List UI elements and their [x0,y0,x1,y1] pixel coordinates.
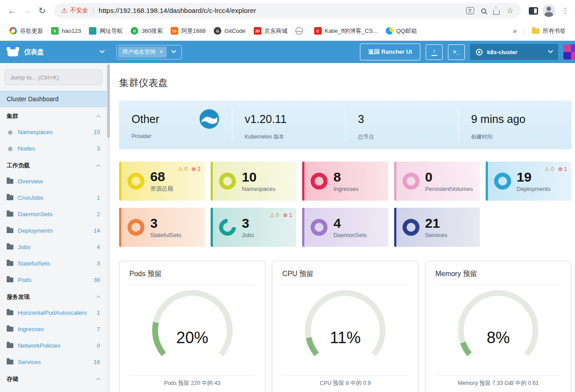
item-count: 4 [97,244,100,250]
resource-ring-icon [128,173,144,190]
bookmark-item[interactable]: C Katie_ff的博客_CS... [310,25,382,37]
remove-icon[interactable]: × [160,49,163,55]
bookmark-item[interactable]: JD 京东商城 [250,25,291,37]
shell-icon: >_ [453,49,460,55]
side-panel-icon[interactable] [529,7,538,15]
scrollbar-thumb[interactable] [107,64,110,138]
warning-icon: ⚠ [178,166,183,172]
security-warning-label: 不安全 [70,7,88,15]
card-ingresses[interactable]: 8 Ingresses [302,162,388,201]
back-icon[interactable]: ← [4,3,20,18]
item-count: 3 [97,145,100,152]
folder-icon [7,277,13,282]
sidebar-section-service-discovery[interactable]: 服务发现 [0,289,107,305]
folder-icon [7,360,13,364]
sidebar-section-cluster[interactable]: 集群 [0,109,107,124]
user-avatar[interactable] [563,44,575,59]
card-jobs[interactable]: 3 Jobs ⚠0 ⊗1 [211,208,296,247]
app-menu-button[interactable]: 仪表盘 [0,41,110,63]
cluster-info-bar: Other Provider v1.20.11 Kubernetes 版本 3 … [119,100,571,149]
sidebar-item-networkpolicies[interactable]: NetworkPolicies 0 [0,337,107,354]
sidebar-item-ingresses[interactable]: Ingresses 7 [0,321,107,337]
sidebar-item-horizontalpodautoscalers[interactable]: HorizontalPodAutoscalers 1 [0,305,107,321]
card-deployments[interactable]: 19 Deployments ⚠0 ⊗1 [486,162,571,201]
card-total-resources[interactable]: 68 资源总额 ⚠0 ⊗2 [119,162,205,201]
sidebar-item-overview[interactable]: Overview [0,173,107,190]
jd-favicon-icon: JD [254,27,261,35]
info-label: Kubernetes 版本 [245,133,333,141]
url-text[interactable]: https://192.168.198.14/dashboard/c/c-lrc… [99,7,466,15]
folder-icon [7,343,13,348]
bookmark-item[interactable]: h hao123 [47,25,85,37]
bookmark-item[interactable]: 网址导航 [85,25,127,37]
card-statefulsets[interactable]: 3 StatefulSets [119,208,205,247]
card-persistentvolumes[interactable]: 0 PersistentVolumes [394,162,480,201]
sidebar-item-daemonsets[interactable]: DaemonSets 2 [0,206,107,222]
search-input[interactable] [10,74,96,81]
gauge-card-cpu: CPU 预留 11% CPU 预留 8 中的 0.9 [272,261,418,392]
card-services[interactable]: 21 Services [394,208,480,247]
qqmail-favicon-icon [386,27,393,35]
card-namespaces[interactable]: 10 Namespaces [211,162,296,201]
sidebar-section-storage[interactable]: 存储 [0,372,107,387]
sidebar-item-deployments[interactable]: Deployments 14 [0,222,107,239]
sidebar-item-cronjobs[interactable]: CronJobs 1 [0,190,107,206]
page-title: 集群仪表盘 [119,76,571,90]
folder-icon [7,195,13,200]
bookmark-item[interactable]: 16 阿里1688 [167,25,210,37]
info-value: v1.20.11 [245,113,287,126]
sidebar-item-cluster-dashboard[interactable]: Cluster Dashboard [0,91,107,107]
resource-ring-icon [311,219,327,236]
sidebar-item-label: Namespaces [18,129,53,135]
sidebar-item-pods[interactable]: Pods 38 [0,272,107,288]
sidebar-item-label: Ingresses [18,326,44,333]
share-icon[interactable] [493,10,499,15]
sidebar-item-label: CronJobs [18,194,44,201]
sidebar-item-nodes[interactable]: ⊕ Nodes 3 [0,140,107,157]
namespace-filter[interactable]: 用户命名空间 × [116,45,182,59]
back-to-rancher-button[interactable]: 返回 Rancher UI [360,44,420,60]
sidebar-section-workload[interactable]: 工作负载 [0,158,107,173]
browser-toolbar: ← → ↻ ⚠ 不安全 | https://192.168.198.14/das… [0,0,575,21]
forward-icon[interactable]: → [20,3,35,18]
browser-profile-avatar[interactable] [543,4,555,17]
error-count: 1 [289,212,292,218]
chevron-up-icon [96,377,101,382]
bookmark-item[interactable] [291,25,310,37]
translate-icon[interactable]: 文 [466,7,474,14]
globe-favicon-icon [295,27,303,35]
folder-icon [7,261,13,266]
card-daemonsets[interactable]: 4 DaemonSets [302,208,388,247]
bookmark-star-icon[interactable]: ☆ [507,6,514,16]
sidebar-item-namespaces[interactable]: ⊕ Namespaces 10 [0,124,107,140]
namespace-chip[interactable]: 用户命名空间 × [118,47,167,58]
namespace-chip-label: 用户命名空间 [122,48,156,56]
sidebar-item-jobs[interactable]: Jobs 4 [0,239,107,255]
chevron-down-icon[interactable] [172,48,176,53]
refresh-icon[interactable]: ↻ [35,3,50,18]
bookmark-item[interactable]: O 360搜索 [127,25,167,37]
bookmarks-overflow-icon[interactable]: » [509,27,520,35]
error-count: 1 [564,166,567,172]
section-title: 工作负载 [7,162,30,170]
sidebar-item-services[interactable]: Services 16 [0,354,107,370]
kubectl-shell-button[interactable]: >_ [448,44,465,60]
all-bookmarks-button[interactable]: 所有书签 [528,25,570,37]
address-bar[interactable]: ⚠ 不安全 | https://192.168.198.14/dashboard… [54,3,521,18]
bookmark-item[interactable]: QQ邮箱 [382,25,421,37]
bookmark-label: 阿里1688 [181,27,206,35]
sidebar-scrollbar[interactable] [107,63,110,392]
security-warning[interactable]: ⚠ 不安全 [61,7,88,15]
zoom-icon[interactable] [481,8,486,13]
item-count: 16 [94,359,100,365]
bookmark-item[interactable]: 谷歌更新 [5,25,47,37]
import-yaml-button[interactable]: ↑ [426,44,443,60]
jump-to-search[interactable] [4,69,102,85]
bookmark-item[interactable]: G GitCode [210,25,250,37]
browser-menu-icon[interactable]: ⋮ [559,6,571,16]
info-k8s-version: v1.20.11 Kubernetes 版本 [232,107,345,143]
info-value: Other [132,113,160,126]
resource-cards: 68 资源总额 ⚠0 ⊗2 10 Namespaces 8 Ingresses [119,162,571,247]
sidebar-item-statefulsets[interactable]: StatefulSets 3 [0,255,107,272]
cluster-select[interactable]: k8s-cluster [470,44,558,60]
